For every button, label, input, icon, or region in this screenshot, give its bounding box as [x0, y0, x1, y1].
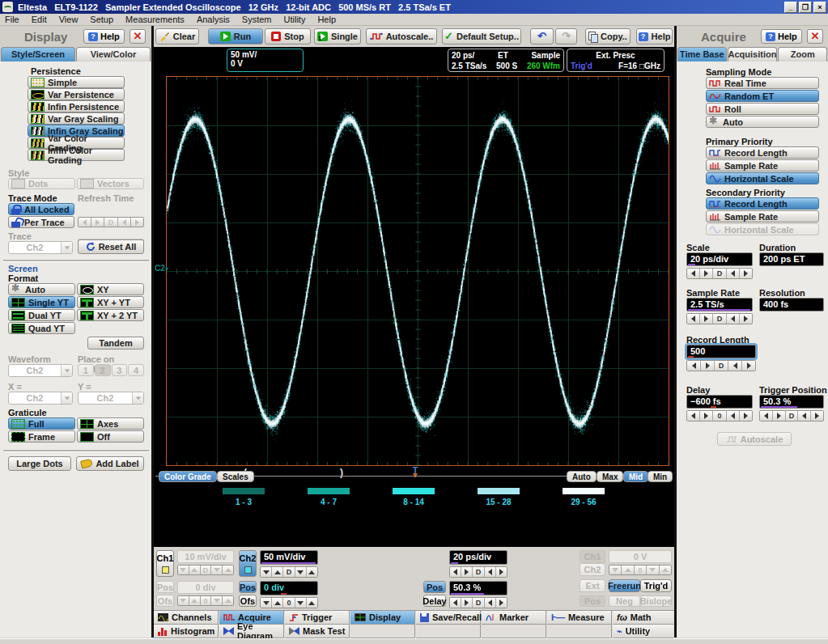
- persistence-infin[interactable]: Infin Persistence: [28, 100, 125, 112]
- ch2-offset-field[interactable]: 0 div: [260, 581, 318, 595]
- spin-down-fine[interactable]: [647, 566, 659, 574]
- spin-left-coarse[interactable]: [687, 411, 700, 421]
- close-button[interactable]: ×: [813, 2, 826, 13]
- tab-histogram[interactable]: Histogram: [154, 625, 219, 638]
- tab-time-base[interactable]: Time Base: [677, 47, 727, 61]
- spin-right-coarse[interactable]: [701, 361, 715, 371]
- horiz-position-spinner[interactable]: D: [449, 597, 507, 608]
- trig-ch2-button[interactable]: Ch2: [580, 563, 605, 576]
- menu-edit[interactable]: Edit: [32, 15, 47, 24]
- x-source-select[interactable]: Ch2: [8, 392, 73, 405]
- colorgrade-mid-button[interactable]: Mid: [623, 471, 648, 482]
- spin-right-fine[interactable]: [496, 567, 507, 577]
- spin-right-coarse[interactable]: [700, 314, 713, 324]
- minimize-button[interactable]: _: [784, 2, 797, 13]
- tab-eye-diagram[interactable]: Eye Diagram: [219, 625, 284, 638]
- spin-mode[interactable]: D: [473, 567, 484, 577]
- tab-measure[interactable]: Ⱶ— Measure: [547, 611, 612, 625]
- scale-field[interactable]: 20 ps/div: [686, 252, 753, 266]
- spin-up-coarse[interactable]: [272, 567, 283, 577]
- ch1-scale-field[interactable]: 10 mV/div: [177, 550, 234, 563]
- spin-down-fine[interactable]: [211, 566, 223, 574]
- large-dots-button[interactable]: Large Dots: [8, 456, 71, 471]
- spin-left-fine[interactable]: [727, 411, 740, 421]
- trigger-position-marker[interactable]: T: [410, 465, 420, 475]
- delay-field[interactable]: −600 fs: [686, 395, 753, 409]
- ch1-offset-field[interactable]: 0 div: [177, 581, 234, 594]
- spin-left-fine[interactable]: [727, 269, 740, 278]
- spin-mode[interactable]: D: [713, 314, 726, 324]
- random-et-button[interactable]: Random ET: [706, 90, 819, 102]
- secondary-horizontal-scale-button[interactable]: Horizontal Scale: [706, 223, 819, 235]
- colorgrade-auto-button[interactable]: Auto: [567, 471, 597, 482]
- secondary-record-length-button[interactable]: Record Length: [706, 197, 819, 210]
- spin-left-coarse[interactable]: [687, 269, 700, 278]
- reset-all-button[interactable]: Reset All: [78, 239, 144, 254]
- ch2-scale-readout[interactable]: 50 mV/ 0 V: [227, 49, 304, 72]
- spin-left-fine[interactable]: [118, 218, 131, 227]
- spin-down-fine[interactable]: [295, 598, 307, 608]
- tab-mask-test[interactable]: Mask Test: [285, 625, 350, 638]
- tab-acquisition[interactable]: Acquisition: [728, 47, 778, 61]
- format-single-yt-button[interactable]: Single YT: [8, 296, 75, 308]
- horiz-pos-button[interactable]: Pos: [423, 581, 446, 593]
- persistence-infin-color[interactable]: Infin Color Grading: [28, 149, 125, 161]
- primary-sample-rate-button[interactable]: Sample Rate: [706, 159, 819, 172]
- ch2-scale-field[interactable]: 50 mV/div: [260, 550, 318, 565]
- format-xy-button[interactable]: XY: [77, 283, 144, 295]
- colorgrade-max-button[interactable]: Max: [597, 471, 623, 482]
- place-3-button[interactable]: 3: [112, 364, 128, 376]
- persistence-var[interactable]: Var Persistence: [28, 88, 125, 100]
- menu-setup[interactable]: Setup: [90, 15, 113, 24]
- copy-button[interactable]: Copy..: [585, 28, 631, 44]
- tab-zoom[interactable]: Zoom: [778, 47, 827, 61]
- spin-up-fine[interactable]: [223, 596, 233, 605]
- ch2-scale-spinner[interactable]: D: [260, 566, 318, 578]
- spin-mode[interactable]: D: [104, 218, 117, 227]
- spin-mode[interactable]: D: [201, 566, 212, 574]
- tandem-button[interactable]: Tandem: [87, 337, 144, 350]
- spin-left-fine[interactable]: [727, 314, 740, 324]
- ch2-offset-spinner[interactable]: 0: [260, 597, 318, 608]
- vectors-button[interactable]: Vectors: [77, 178, 144, 189]
- dropdown-button[interactable]: [61, 392, 72, 404]
- format-quad-yt-button[interactable]: Quad YT: [8, 322, 75, 334]
- primary-horizontal-scale-button[interactable]: Horizontal Scale: [706, 172, 819, 184]
- graticule-frame-button[interactable]: Frame: [8, 430, 75, 443]
- spin-up-fine[interactable]: [223, 566, 233, 574]
- trigger-readout[interactable]: Ext. Presc Trig'd F=16 □GHz: [567, 49, 665, 72]
- horiz-delay-button[interactable]: Delay: [423, 595, 446, 607]
- spin-up-coarse[interactable]: [272, 598, 283, 608]
- timebase-scale-spinner[interactable]: D: [449, 566, 507, 578]
- spin-right-fine[interactable]: [740, 269, 752, 278]
- spin-left-coarse[interactable]: [450, 567, 461, 577]
- spin-left-coarse[interactable]: [760, 411, 773, 421]
- trig-ch1-button[interactable]: Ch1: [580, 550, 605, 563]
- spin-left-fine[interactable]: [485, 567, 496, 577]
- spin-right-coarse[interactable]: [700, 269, 713, 278]
- format-xy-2yt-button[interactable]: XY + 2 YT: [77, 309, 144, 321]
- default-setup-button[interactable]: ✓Default Setup..: [442, 28, 521, 44]
- spin-left-coarse[interactable]: [79, 218, 91, 227]
- primary-record-length-button[interactable]: Record Length: [706, 146, 819, 159]
- all-locked-button[interactable]: All Locked: [8, 203, 74, 215]
- restore-button[interactable]: ❐: [799, 2, 812, 13]
- tab-style-screen[interactable]: Style/Screen: [1, 47, 75, 61]
- spin-right-coarse[interactable]: [91, 218, 104, 227]
- spin-mode[interactable]: D: [715, 361, 728, 371]
- clear-button[interactable]: Clear: [155, 28, 199, 44]
- sample-rate-field[interactable]: 2.5 TS/s: [686, 298, 753, 311]
- spin-down-fine[interactable]: [211, 596, 223, 605]
- trig-pos-slope-button[interactable]: Pos: [580, 595, 605, 607]
- spin-right-fine[interactable]: [131, 218, 143, 227]
- ch2-pos-button[interactable]: Pos: [239, 581, 257, 593]
- menu-help[interactable]: Help: [317, 15, 336, 24]
- graticule-full-button[interactable]: Full: [8, 417, 75, 430]
- spin-up-fine[interactable]: [307, 598, 317, 608]
- acquire-close-button[interactable]: ✕: [807, 29, 823, 44]
- real-time-button[interactable]: Real Time: [706, 77, 819, 89]
- menu-analysis[interactable]: Analysis: [197, 15, 230, 24]
- spin-up-coarse[interactable]: [189, 596, 201, 605]
- persistence-simple[interactable]: Simple: [28, 76, 125, 88]
- spin-mode[interactable]: 0: [713, 411, 726, 421]
